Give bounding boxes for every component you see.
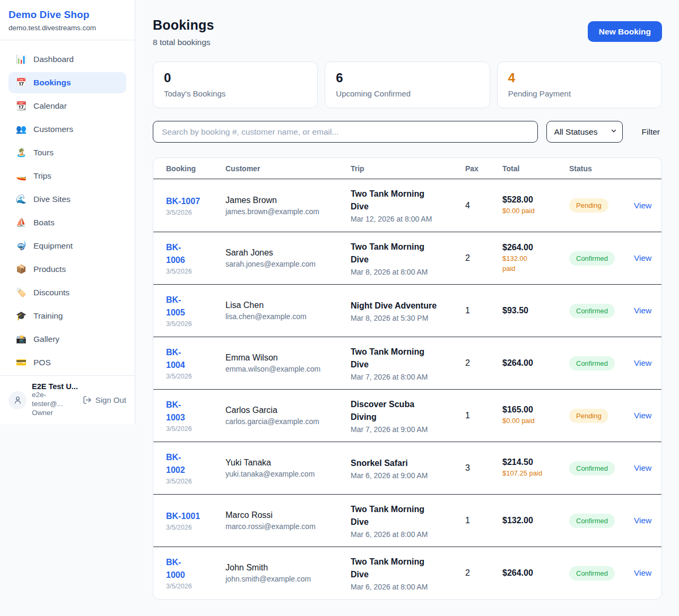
package-icon: 📦 <box>16 265 27 274</box>
booking-date: 3/5/2026 <box>166 478 225 485</box>
status-cell: Confirmed <box>569 304 634 318</box>
booking-id-link[interactable]: BK- 1000 <box>166 556 185 582</box>
new-booking-button[interactable]: New Booking <box>588 21 662 42</box>
sidebar-item-equipment[interactable]: 🤿 Equipment <box>8 235 126 257</box>
booking-cell: BK- 1003 3/5/2026 <box>166 399 225 433</box>
total-amount: $264.00 <box>502 568 569 578</box>
view-cell: View <box>634 253 650 263</box>
booking-date: 3/5/2026 <box>166 583 225 590</box>
trip-name: Snorkel Safari <box>351 457 465 470</box>
trip-cell: Two Tank Morning Dive Mar 6, 2026 at 8:0… <box>351 556 465 591</box>
customer-name: Yuki Tanaka <box>225 458 351 468</box>
view-link[interactable]: View <box>634 201 651 210</box>
status-badge: Confirmed <box>569 566 615 580</box>
customer-email: sarah.jones@example.com <box>225 260 351 268</box>
booking-id-link[interactable]: BK- 1004 <box>166 346 185 372</box>
sidebar-item-label: Tours <box>33 148 54 157</box>
booking-cell: BK- 1005 3/5/2026 <box>166 294 225 328</box>
total-cell: $93.50 <box>502 306 569 315</box>
view-link[interactable]: View <box>634 358 651 367</box>
trip-datetime: Mar 12, 2026 at 8:00 AM <box>351 215 465 223</box>
status-badge: Confirmed <box>569 251 615 266</box>
sidebar-item-discounts[interactable]: 🏷️ Discounts <box>8 282 126 303</box>
table-row: BK- 1006 3/5/2026 Sarah Jones sarah.jone… <box>153 232 661 284</box>
total-amount: $165.00 <box>502 405 569 415</box>
sidebar-item-products[interactable]: 📦 Products <box>8 259 126 280</box>
customer-cell: Sarah Jones sarah.jones@example.com <box>225 248 351 268</box>
pax-value: 2 <box>465 568 502 578</box>
table-row: BK- 1005 3/5/2026 Lisa Chen lisa.chen@ex… <box>153 284 661 337</box>
booking-id-link[interactable]: BK-1007 <box>166 195 200 208</box>
trip-cell: Two Tank Morning Dive Mar 12, 2026 at 8:… <box>351 188 465 223</box>
sidebar-item-customers[interactable]: 👥 Customers <box>8 119 126 140</box>
island-icon: 🏝️ <box>16 148 27 157</box>
view-link[interactable]: View <box>634 568 651 577</box>
user-name: E2E Test U... <box>32 382 77 391</box>
tear-off-calendar-icon: 📆 <box>16 102 27 110</box>
booking-id-link[interactable]: BK-1001 <box>166 510 200 523</box>
user-info: E2E Test U... e2e-tester@... Owner <box>32 382 77 418</box>
sidebar: Demo Dive Shop demo.test.divestreams.com… <box>0 0 135 424</box>
sidebar-item-tours[interactable]: 🏝️ Tours <box>8 142 126 163</box>
sidebar-item-dive-sites[interactable]: 🌊 Dive Sites <box>8 189 126 210</box>
sidebar-item-gallery[interactable]: 📸 Gallery <box>8 329 126 350</box>
trip-name: Two Tank Morning Dive <box>351 346 465 371</box>
status-cell: Confirmed <box>569 356 634 371</box>
sidebar-item-label: Gallery <box>33 335 59 344</box>
customer-email: emma.wilson@example.com <box>225 365 351 373</box>
view-link[interactable]: View <box>634 463 651 472</box>
booking-id-link[interactable]: BK- 1002 <box>166 451 185 477</box>
customer-name: Sarah Jones <box>225 248 351 258</box>
filter-button[interactable]: Filter <box>640 127 662 137</box>
trip-cell: Two Tank Morning Dive Mar 8, 2026 at 8:0… <box>351 241 465 276</box>
booking-id-link[interactable]: BK- 1005 <box>166 294 185 319</box>
calendar-date-icon: 📅 <box>16 78 27 87</box>
user-email: e2e-tester@... <box>32 391 77 409</box>
sidebar-item-training[interactable]: 🎓 Training <box>8 305 126 327</box>
sidebar-item-trips[interactable]: 🚤 Trips <box>8 165 126 187</box>
booking-id-link[interactable]: BK- 1006 <box>166 241 185 267</box>
search-input[interactable] <box>153 121 538 143</box>
trip-name: Night Dive Adventure <box>351 300 465 312</box>
column-header-status: Status <box>569 164 634 173</box>
trip-cell: Two Tank Morning Dive Mar 6, 2026 at 8:0… <box>351 503 465 539</box>
status-filter-select[interactable]: All Statuses <box>546 121 623 143</box>
sidebar-item-dashboard[interactable]: 📊 Dashboard <box>8 49 126 70</box>
stat-label: Pending Payment <box>508 89 651 98</box>
total-cell: $264.00 $132.00 paid <box>502 243 569 273</box>
tag-icon: 🏷️ <box>16 288 27 297</box>
view-link[interactable]: View <box>634 411 651 420</box>
view-cell: View <box>634 568 650 578</box>
status-filter: All Statuses <box>546 121 623 143</box>
booking-cell: BK-1001 3/5/2026 <box>166 510 225 531</box>
sidebar-item-boats[interactable]: ⛵ Boats <box>8 212 126 233</box>
sidebar-nav: 📊 Dashboard 📅 Bookings 📆 Calendar 👥 Cust… <box>0 40 135 375</box>
filter-controls: All Statuses Filter <box>153 121 662 143</box>
view-cell: View <box>634 201 650 210</box>
page-title: Bookings <box>153 17 214 33</box>
main-content: Bookings 8 total bookings New Booking 0 … <box>135 0 679 616</box>
booking-cell: BK- 1006 3/5/2026 <box>166 241 225 275</box>
paid-amount: $0.00 paid <box>502 416 569 426</box>
customer-email: john.smith@example.com <box>225 575 351 583</box>
customer-cell: Yuki Tanaka yuki.tanaka@example.com <box>225 458 351 478</box>
sidebar-item-pos[interactable]: 💳 POS <box>8 352 126 373</box>
shop-domain: demo.test.divestreams.com <box>8 24 126 32</box>
brand: Demo Dive Shop demo.test.divestreams.com <box>0 0 135 40</box>
avatar <box>8 391 27 409</box>
pax-value: 1 <box>465 411 502 420</box>
view-link[interactable]: View <box>634 253 651 262</box>
view-link[interactable]: View <box>634 516 651 525</box>
trip-datetime: Mar 6, 2026 at 8:00 AM <box>351 530 465 539</box>
sidebar-item-label: Calendar <box>33 101 67 111</box>
sidebar-item-bookings[interactable]: 📅 Bookings <box>8 72 126 93</box>
booking-date: 3/5/2026 <box>166 209 225 216</box>
sign-out-button[interactable]: Sign Out <box>83 395 126 404</box>
trip-name: Discover Scuba Diving <box>351 398 465 424</box>
sidebar-item-label: POS <box>33 358 51 367</box>
paid-amount: $0.00 paid <box>502 206 569 216</box>
booking-id-link[interactable]: BK- 1003 <box>166 399 185 424</box>
customer-email: lisa.chen@example.com <box>225 312 351 321</box>
sidebar-item-calendar[interactable]: 📆 Calendar <box>8 95 126 117</box>
view-link[interactable]: View <box>634 306 651 315</box>
